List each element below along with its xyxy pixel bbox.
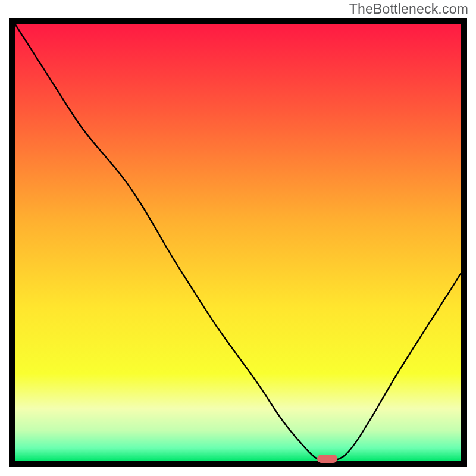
optimum-marker [317, 455, 337, 463]
plot-area [15, 24, 461, 461]
chart-container: TheBottleneck.com [0, 0, 476, 476]
bottleneck-chart [0, 0, 476, 476]
watermark-text: TheBottleneck.com [349, 1, 468, 17]
